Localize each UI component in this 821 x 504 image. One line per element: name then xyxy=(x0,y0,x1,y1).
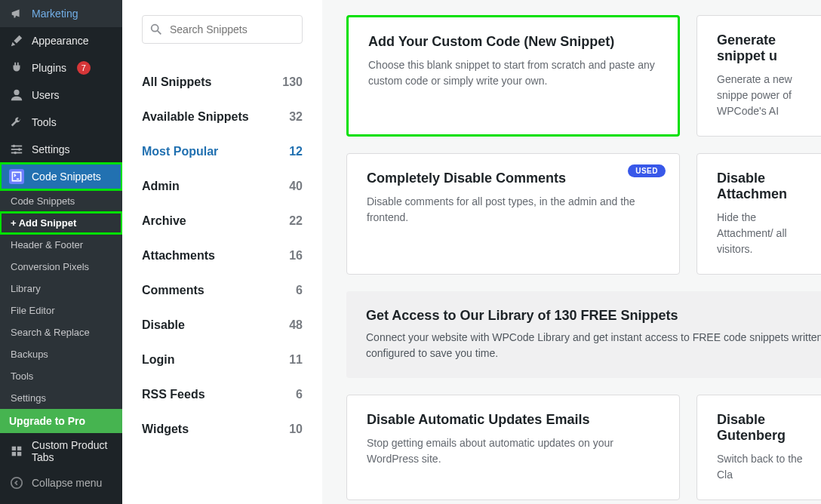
card-title: Generate snippet u xyxy=(717,32,812,64)
cat-archive[interactable]: Archive22 xyxy=(142,204,303,238)
sub-item-conversion-pixels[interactable]: Conversion Pixels xyxy=(0,256,122,278)
sub-item-backups[interactable]: Backups xyxy=(0,343,122,365)
plug-icon xyxy=(9,60,24,75)
cat-label: RSS Feeds xyxy=(142,388,205,401)
cat-label: Most Popular xyxy=(142,145,218,158)
card-desc: Disable comments for all post types, in … xyxy=(367,194,660,226)
sidebar-item-label: Plugins xyxy=(32,62,66,74)
cat-admin[interactable]: Admin40 xyxy=(142,169,303,204)
wrench-icon xyxy=(9,115,24,130)
search-input[interactable] xyxy=(142,15,303,44)
cat-label: Comments xyxy=(142,284,204,297)
svg-line-13 xyxy=(158,31,161,35)
cat-count: 22 xyxy=(289,214,303,228)
cat-count: 11 xyxy=(289,353,303,367)
sidebar-item-custom-product-tabs[interactable]: Custom Product Tabs xyxy=(0,433,122,469)
cat-label: All Snippets xyxy=(142,75,211,89)
card-title: Disable Automatic Updates Emails xyxy=(367,412,660,428)
main-content: All Snippets130 Available Snippets32 Mos… xyxy=(122,0,821,504)
cat-count: 32 xyxy=(289,110,303,124)
cat-count: 12 xyxy=(289,145,303,158)
cat-disable[interactable]: Disable48 xyxy=(142,308,303,343)
used-badge: USED xyxy=(628,164,666,177)
cat-count: 10 xyxy=(289,423,303,436)
cat-label: Attachments xyxy=(142,249,215,263)
sliders-icon xyxy=(9,142,24,157)
svg-point-11 xyxy=(11,478,22,488)
search-wrapper xyxy=(142,15,303,44)
sidebar-item-label: Custom Product Tabs xyxy=(32,439,113,463)
card-disable-update-emails[interactable]: Disable Automatic Updates Emails Stop ge… xyxy=(346,395,680,500)
sub-item-header-footer[interactable]: Header & Footer xyxy=(0,234,122,256)
cat-label: Admin xyxy=(142,180,180,193)
sub-item-settings[interactable]: Settings xyxy=(0,387,122,409)
cat-login[interactable]: Login11 xyxy=(142,343,303,377)
svg-rect-9 xyxy=(12,452,16,456)
cat-label: Available Snippets xyxy=(142,110,249,124)
upgrade-to-pro[interactable]: Upgrade to Pro xyxy=(0,409,122,433)
cat-count: 40 xyxy=(289,180,303,193)
svg-rect-7 xyxy=(12,447,16,450)
card-disable-attachments[interactable]: Disable Attachmen Hide the Attachment/ a… xyxy=(696,153,821,275)
cat-label: Disable xyxy=(142,318,185,332)
svg-point-4 xyxy=(13,145,16,148)
brush-icon xyxy=(9,33,24,48)
sidebar-item-tools[interactable]: Tools xyxy=(0,109,122,136)
sidebar-item-label: Collapse menu xyxy=(32,477,102,489)
user-icon xyxy=(9,88,24,103)
cards-column: Add Your Custom Code (New Snippet) Choos… xyxy=(322,0,821,504)
collapse-menu[interactable]: Collapse menu xyxy=(0,469,122,496)
sidebar-item-code-snippets[interactable]: Code Snippets xyxy=(0,163,122,190)
library-banner[interactable]: Get Access to Our Library of 130 FREE Sn… xyxy=(346,291,821,378)
cat-widgets[interactable]: Widgets10 xyxy=(142,412,303,447)
card-add-custom-code[interactable]: Add Your Custom Code (New Snippet) Choos… xyxy=(346,15,680,137)
card-disable-gutenberg[interactable]: Disable Gutenberg Switch back to the Cla xyxy=(696,395,821,500)
sidebar-item-plugins[interactable]: Plugins 7 xyxy=(0,54,122,81)
sub-item-add-snippet[interactable]: + Add Snippet xyxy=(0,212,122,234)
sub-item-file-editor[interactable]: File Editor xyxy=(0,300,122,321)
card-title: Add Your Custom Code (New Snippet) xyxy=(368,34,658,50)
cat-label: Archive xyxy=(142,214,186,228)
card-desc: Stop getting emails about automatic upda… xyxy=(367,435,660,467)
search-icon xyxy=(149,23,163,39)
svg-point-12 xyxy=(152,25,158,32)
cat-count: 16 xyxy=(289,249,303,263)
svg-rect-10 xyxy=(17,452,21,456)
sidebar-item-users[interactable]: Users xyxy=(0,81,122,109)
cat-comments[interactable]: Comments6 xyxy=(142,273,303,308)
svg-point-0 xyxy=(14,90,19,95)
sub-item-search-replace[interactable]: Search & Replace xyxy=(0,321,122,343)
card-desc: Generate a new snippe power of WPCode's … xyxy=(717,72,812,119)
svg-rect-8 xyxy=(17,447,21,450)
cat-available-snippets[interactable]: Available Snippets32 xyxy=(142,100,303,134)
cat-count: 6 xyxy=(296,388,303,401)
sub-item-library[interactable]: Library xyxy=(0,278,122,300)
card-desc: Choose this blank snippet to start from … xyxy=(368,57,658,89)
sub-item-tools[interactable]: Tools xyxy=(0,365,122,387)
grid-icon xyxy=(9,444,24,459)
sidebar-item-label: Code Snippets xyxy=(32,171,101,183)
code-snippets-submenu: Code Snippets + Add Snippet Header & Foo… xyxy=(0,190,122,409)
card-generate-snippet[interactable]: Generate snippet u Generate a new snippe… xyxy=(696,15,821,137)
banner-desc: Connect your website with WPCode Library… xyxy=(366,330,821,361)
cat-rss-feeds[interactable]: RSS Feeds6 xyxy=(142,377,303,412)
megaphone-icon xyxy=(9,6,24,21)
sidebar-item-marketing[interactable]: Marketing xyxy=(0,0,122,27)
cat-count: 130 xyxy=(282,75,303,89)
cat-label: Widgets xyxy=(142,423,189,436)
banner-title: Get Access to Our Library of 130 FREE Sn… xyxy=(366,308,821,324)
svg-point-6 xyxy=(14,152,17,155)
sidebar-item-settings[interactable]: Settings xyxy=(0,136,122,163)
card-title: Disable Gutenberg xyxy=(717,412,812,444)
card-title: Disable Attachmen xyxy=(717,171,812,202)
sidebar-item-appearance[interactable]: Appearance xyxy=(0,27,122,54)
cat-attachments[interactable]: Attachments16 xyxy=(142,238,303,273)
cat-all-snippets[interactable]: All Snippets130 xyxy=(142,65,303,100)
cat-most-popular[interactable]: Most Popular12 xyxy=(142,134,303,169)
card-desc: Switch back to the Cla xyxy=(717,451,812,483)
sub-item-code-snippets[interactable]: Code Snippets xyxy=(0,190,122,212)
sidebar-item-label: Tools xyxy=(32,116,57,128)
card-disable-comments[interactable]: USED Completely Disable Comments Disable… xyxy=(346,153,680,275)
admin-sidebar: Marketing Appearance Plugins 7 Users Too… xyxy=(0,0,122,504)
sidebar-item-label: Appearance xyxy=(32,35,89,47)
